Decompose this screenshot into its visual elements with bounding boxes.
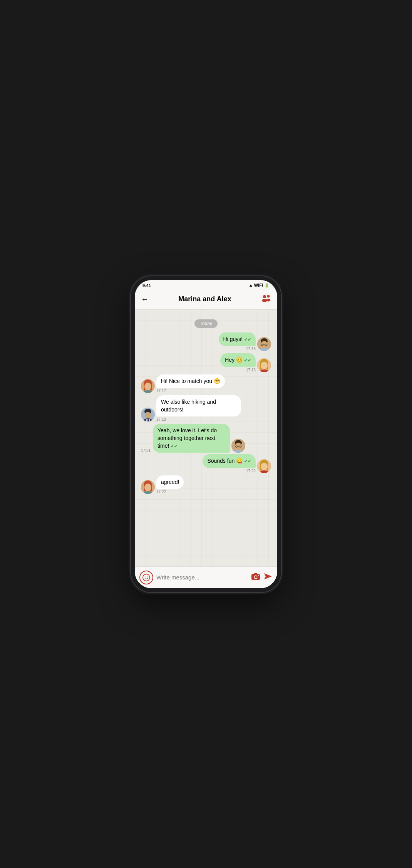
- msg-meta: Hi! Nice to match you 😁 17:17: [156, 374, 225, 393]
- status-icons: ▲ WiFi 🔋: [249, 283, 270, 288]
- bubble: Hi guys! ✔✔: [219, 332, 256, 346]
- msg-timestamp: 17:17: [156, 389, 166, 393]
- emoji-button[interactable]: [139, 571, 153, 584]
- avatar-man2: [141, 408, 155, 421]
- phone-frame: 9:41 ▲ WiFi 🔋 ← Marina and Alex Today: [131, 276, 281, 592]
- avatar-woman2: [141, 480, 155, 494]
- msg-timestamp: 17:21: [141, 448, 151, 453]
- svg-point-0: [263, 295, 266, 298]
- date-divider: Today: [139, 319, 273, 328]
- msg-timestamp: 17:15: [246, 347, 256, 351]
- svg-point-51: [147, 576, 148, 577]
- svg-point-15: [261, 362, 268, 369]
- message-row: Sounds fun 😋 ✔✔ 17:22: [139, 454, 273, 473]
- phone-screen: 9:41 ▲ WiFi 🔋 ← Marina and Alex Today: [135, 280, 277, 588]
- header: ← Marina and Alex: [135, 291, 277, 309]
- svg-point-41: [261, 463, 268, 470]
- message-row: We also like hiking and outdoors! 17:18: [139, 395, 273, 421]
- msg-meta: Hey 😊 ✔✔ 17:16: [220, 353, 256, 372]
- msg-timestamp: 17:16: [246, 368, 256, 372]
- svg-point-25: [145, 412, 151, 419]
- avatar-woman2: [141, 379, 155, 393]
- status-time: 9:41: [142, 283, 151, 288]
- svg-point-49: [143, 574, 150, 581]
- message-row: Hi! Nice to match you 😁 17:17: [139, 374, 273, 393]
- bubble: Hey 😊 ✔✔: [220, 353, 256, 367]
- date-badge: Today: [194, 319, 218, 328]
- svg-rect-55: [254, 573, 257, 574]
- chat-title: Marina and Alex: [149, 295, 261, 303]
- svg-point-47: [144, 484, 151, 491]
- svg-point-50: [145, 576, 146, 577]
- message-input[interactable]: [156, 574, 248, 581]
- msg-meta: Sounds fun 😋 ✔✔ 17:22: [203, 454, 256, 473]
- message-row: Hi guys! ✔✔ 17:15: [139, 332, 273, 351]
- svg-point-3: [266, 299, 271, 301]
- msg-meta: agreed! 17:22: [156, 475, 184, 494]
- group-icon[interactable]: [261, 294, 271, 304]
- avatar-woman1: [257, 459, 271, 473]
- bubble: Hi! Nice to match you 😁: [156, 374, 225, 388]
- svg-point-54: [255, 576, 257, 578]
- back-button[interactable]: ←: [141, 295, 149, 304]
- svg-point-56: [258, 575, 259, 576]
- message-row: Hey 😊 ✔✔ 17:16: [139, 353, 273, 372]
- camera-button[interactable]: [251, 573, 260, 582]
- bubble: Yeah, we love it. Let's do something tog…: [153, 424, 230, 453]
- msg-meta: We also like hiking and outdoors! 17:18: [156, 395, 241, 421]
- msg-timestamp: 17:22: [246, 469, 256, 473]
- msg-timestamp: 17:22: [156, 490, 166, 494]
- message-row: 17:21 Yeah, we love it. Let's do somethi…: [139, 424, 273, 453]
- avatar-man1: [231, 439, 245, 453]
- status-bar: 9:41 ▲ WiFi 🔋: [135, 280, 277, 291]
- svg-point-2: [267, 295, 270, 297]
- chat-area: Today Hi guys! ✔✔ 17:15: [135, 309, 277, 566]
- bubble: agreed!: [156, 475, 184, 489]
- message-row: agreed! 17:22: [139, 475, 273, 494]
- avatar-man1: [257, 337, 271, 351]
- svg-point-21: [144, 383, 151, 390]
- msg-meta: Hi guys! ✔✔ 17:15: [219, 332, 256, 351]
- avatar-woman1: [257, 358, 271, 372]
- msg-timestamp: 17:18: [156, 417, 166, 421]
- bubble: We also like hiking and outdoors!: [156, 395, 241, 416]
- send-button[interactable]: [263, 573, 273, 582]
- bubble: Sounds fun 😋 ✔✔: [203, 454, 256, 468]
- input-bar: [135, 566, 277, 588]
